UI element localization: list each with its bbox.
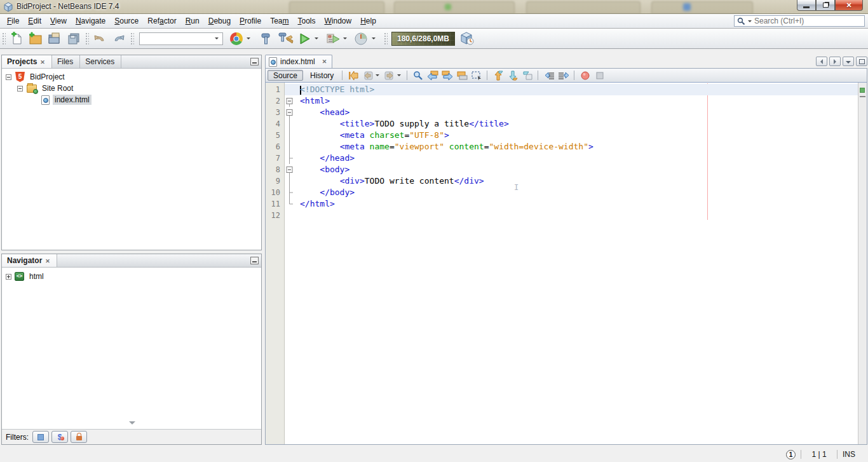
new-project-button[interactable] <box>26 31 45 47</box>
stop-macro-recording-button[interactable] <box>592 69 607 81</box>
menu-navigate[interactable]: Navigate <box>71 15 110 27</box>
menu-run[interactable]: Run <box>181 15 204 27</box>
clean-build-button[interactable] <box>276 31 295 47</box>
menu-debug[interactable]: Debug <box>204 15 235 27</box>
next-bookmark-button[interactable] <box>505 69 520 81</box>
notification-icon[interactable]: 1 <box>786 450 796 459</box>
debug-dropdown-icon[interactable] <box>343 37 347 41</box>
collapse-toggle-icon[interactable] <box>17 86 23 92</box>
start-macro-recording-button[interactable] <box>578 69 592 81</box>
menu-source[interactable]: Source <box>110 15 143 27</box>
find-next-button[interactable] <box>440 69 454 81</box>
redo-button[interactable] <box>109 31 128 47</box>
memory-usage-button[interactable]: 180,6/286,0MB <box>391 32 455 46</box>
tab-navigator[interactable]: Navigator✕ <box>2 254 57 267</box>
search-scope-dropdown-icon[interactable] <box>748 20 752 24</box>
filter-show-non-public-button[interactable] <box>71 431 87 443</box>
history-view-button[interactable]: History <box>305 70 339 81</box>
navigator-root-label[interactable]: html <box>27 271 46 282</box>
open-project-button[interactable] <box>45 31 64 47</box>
new-file-button[interactable] <box>7 31 26 47</box>
menu-file[interactable]: File <box>3 15 24 27</box>
menu-window[interactable]: Window <box>320 15 356 27</box>
error-stripe[interactable] <box>858 83 867 444</box>
code-line-11[interactable]: 11</html> <box>266 198 858 210</box>
close-tab-icon[interactable]: ✕ <box>45 258 50 264</box>
fold-collapse-icon[interactable] <box>285 95 297 107</box>
toolbar-grip[interactable] <box>383 32 388 46</box>
menu-refactor[interactable]: Refactor <box>143 15 180 27</box>
tree-row-html-root[interactable]: <> html <box>2 271 261 282</box>
minimize-panel-button[interactable] <box>250 58 259 65</box>
shift-right-button[interactable] <box>556 69 571 81</box>
profile-dropdown-icon[interactable] <box>372 37 376 41</box>
run-project-button[interactable] <box>295 31 314 47</box>
search-input[interactable] <box>754 17 864 25</box>
build-project-button[interactable] <box>257 31 276 47</box>
toolbar-grip[interactable] <box>130 32 134 46</box>
maximize-editor-button[interactable] <box>856 57 867 66</box>
debug-project-button[interactable] <box>323 31 342 47</box>
forward-dropdown-icon[interactable] <box>397 74 401 78</box>
netbeans-notification-icon[interactable] <box>458 31 477 47</box>
scroll-tabs-right-button[interactable] <box>829 57 841 66</box>
code-line-6[interactable]: 6 <meta name="viewport" content="width=d… <box>266 141 858 153</box>
code-line-10[interactable]: 10 </body> <box>266 187 858 198</box>
save-all-button[interactable] <box>64 31 83 47</box>
menu-profile[interactable]: Profile <box>235 15 266 27</box>
find-previous-button[interactable] <box>425 69 440 81</box>
code-line-7[interactable]: 7 </head> <box>266 153 858 164</box>
quick-search[interactable] <box>734 15 865 27</box>
editor-tab-index-html[interactable]: index.html ✕ <box>265 55 332 68</box>
menu-edit[interactable]: Edit <box>24 15 46 27</box>
run-dropdown-icon[interactable] <box>315 37 318 41</box>
shift-left-button[interactable] <box>541 69 556 81</box>
back-button[interactable] <box>360 69 375 81</box>
code-line-3[interactable]: 3 <head> <box>266 107 858 118</box>
toggle-highlight-button[interactable] <box>454 69 469 81</box>
profile-project-button[interactable] <box>352 31 371 47</box>
find-button[interactable] <box>410 69 425 81</box>
collapse-toggle-icon[interactable] <box>6 74 11 80</box>
filter-show-fields-button[interactable] <box>32 431 49 443</box>
code-line-8[interactable]: 8 <body> <box>266 164 858 175</box>
tab-projects[interactable]: Projects✕ <box>2 55 52 68</box>
project-node-label[interactable]: BidProject <box>28 72 67 82</box>
minimize-panel-button[interactable] <box>250 257 259 264</box>
forward-button[interactable] <box>382 69 397 81</box>
fold-collapse-icon[interactable] <box>285 107 297 118</box>
tab-files[interactable]: Files <box>52 55 80 68</box>
toolbar-grip[interactable] <box>1 32 6 46</box>
menu-view[interactable]: View <box>46 15 71 27</box>
index-html-label[interactable]: index.html <box>53 95 92 105</box>
rectangular-selection-button[interactable] <box>469 69 484 81</box>
back-dropdown-icon[interactable] <box>376 74 379 78</box>
tree-row-site-root[interactable]: Site Root <box>2 83 261 94</box>
close-tab-icon[interactable]: ✕ <box>40 59 45 65</box>
scroll-tabs-left-button[interactable] <box>816 57 827 66</box>
menu-help[interactable]: Help <box>356 15 381 27</box>
code-line-5[interactable]: 5 <meta charset="UTF-8"> <box>266 130 858 141</box>
browser-dropdown-icon[interactable] <box>247 37 250 41</box>
code-editor[interactable]: 1<!DOCTYPE html>2 <html>3 <head>4 <title… <box>265 83 867 445</box>
code-line-2[interactable]: 2 <html> <box>266 95 858 107</box>
minimize-button[interactable] <box>797 0 816 11</box>
insert-mode-indicator[interactable]: INS <box>843 450 862 459</box>
menu-tools[interactable]: Tools <box>293 15 320 27</box>
configuration-combobox[interactable] <box>139 32 223 45</box>
toolbar-grip[interactable] <box>85 32 89 46</box>
source-view-button[interactable]: Source <box>268 70 303 81</box>
tree-row-index-html[interactable]: index.html <box>2 94 261 105</box>
previous-bookmark-button[interactable] <box>491 69 505 81</box>
code-line-12[interactable]: 12 <box>266 210 858 221</box>
code-line-4[interactable]: 4 <title>TODO supply a title</title> <box>266 118 858 130</box>
undo-button[interactable] <box>90 31 109 47</box>
last-edit-position-button[interactable] <box>346 69 360 81</box>
close-button[interactable]: ✕ <box>835 0 863 11</box>
site-root-label[interactable]: Site Root <box>40 83 75 93</box>
toggle-bookmark-button[interactable] <box>520 69 534 81</box>
restore-button[interactable] <box>816 0 835 11</box>
code-line-1[interactable]: 1<!DOCTYPE html> <box>266 84 858 95</box>
combobox-dropdown-icon[interactable] <box>215 37 219 41</box>
fold-collapse-icon[interactable] <box>285 164 297 175</box>
